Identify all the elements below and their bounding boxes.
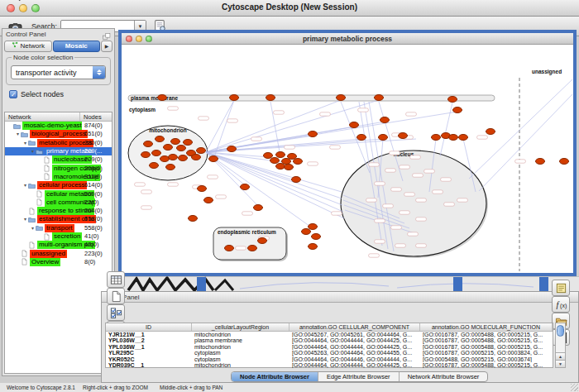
network-node[interactable] xyxy=(248,246,257,251)
table-cell[interactable]: [GO:0016787, GO:0005488, GO:0005215, G..… xyxy=(420,362,553,368)
network-edge[interactable] xyxy=(440,103,452,156)
tree-column-nodes[interactable]: Nodes xyxy=(80,112,112,121)
network-node[interactable] xyxy=(380,117,390,123)
table-cell[interactable]: [GO:0044464, GO:0044444, GO:0044425, G..… xyxy=(290,337,420,343)
float-window-icon[interactable] xyxy=(103,31,112,38)
table-cell[interactable]: YLR295C xyxy=(106,350,192,356)
network-tree-row[interactable]: ▾biological_process651(0) xyxy=(5,130,112,138)
network-node[interactable] xyxy=(294,159,303,165)
network-node[interactable] xyxy=(276,164,285,170)
network-tree-row[interactable]: response to stimul264(0) xyxy=(5,207,112,215)
network-node[interactable] xyxy=(309,224,318,230)
network-node[interactable] xyxy=(230,95,239,101)
network-node[interactable] xyxy=(156,136,165,142)
network-tree-row[interactable]: secretion41(0) xyxy=(5,232,112,241)
region-plasma-membrane[interactable] xyxy=(128,95,495,101)
network-node[interactable] xyxy=(227,146,237,152)
network-node[interactable] xyxy=(204,198,213,203)
network-edge[interactable] xyxy=(479,94,572,191)
network-node[interactable] xyxy=(560,159,569,165)
tab-network-attribute-browser[interactable]: Network Attribute Browser xyxy=(400,372,488,381)
table-cell[interactable]: cytoplasm xyxy=(192,350,290,356)
network-node[interactable] xyxy=(375,95,384,101)
network-node[interactable] xyxy=(453,108,462,113)
network-edge[interactable] xyxy=(469,79,572,179)
network-tree-row[interactable]: macromolecule311(0) xyxy=(5,173,112,181)
table-cell[interactable]: [GO:0016787, GO:0005488, GO:0005215, G..… xyxy=(420,337,553,343)
network-canvas[interactable]: plasma membranecytoplasmmitochondrionnuc… xyxy=(122,45,573,272)
network-node[interactable] xyxy=(459,135,468,141)
resize-grip[interactable] xyxy=(571,384,578,391)
network-node[interactable] xyxy=(288,154,297,160)
network-node[interactable] xyxy=(399,133,408,139)
table-cell[interactable]: YKR052C xyxy=(106,356,192,362)
network-node[interactable] xyxy=(141,152,151,158)
table-cell[interactable]: [GO:0016787, GO:0005215, GO:0003824, G..… xyxy=(420,350,553,356)
table-cell[interactable]: [GO:0044464, GO:0044446, GO:0044444, G..… xyxy=(290,356,420,362)
attribute-table-button[interactable] xyxy=(107,271,125,288)
table-cell[interactable]: YDR039C__1 xyxy=(106,362,192,368)
network-node[interactable] xyxy=(150,163,159,169)
network-tree-row[interactable]: nucleobase-209(0) xyxy=(5,155,112,164)
expand-triangle-icon[interactable]: ▾ xyxy=(22,139,28,147)
network-node[interactable] xyxy=(486,129,495,135)
network-node[interactable] xyxy=(258,238,267,244)
table-row[interactable]: YPL036W__2plasma membrane[GO:0044464, GO… xyxy=(106,337,553,343)
network-node[interactable] xyxy=(337,95,346,101)
network-node[interactable] xyxy=(171,139,180,145)
network-tree-row[interactable]: ▾metabolic process280(0) xyxy=(5,139,112,147)
table-row[interactable]: YPL036W__1mitochondrion[GO:0044464, GO:0… xyxy=(106,344,553,350)
tab-network[interactable]: Network xyxy=(4,41,52,52)
network-tree-row[interactable]: Overview8(0) xyxy=(5,258,112,266)
scroll-down-arrow-icon[interactable]: ▼ xyxy=(556,360,565,367)
table-cell[interactable]: [GO:0005488, GO:0005215, GO:0003674] xyxy=(420,356,553,362)
table-vertical-scrollbar[interactable]: ▲ ▼ xyxy=(555,323,566,368)
network-node[interactable] xyxy=(160,156,170,162)
table-cell[interactable]: [GO:0044464, GO:0044444, GO:0044425, G..… xyxy=(290,362,420,368)
network-tree-row[interactable]: mosaic-demo-yeast874(0) xyxy=(5,122,112,130)
table-cell[interactable]: mitochondrion xyxy=(192,362,290,368)
network-node[interactable] xyxy=(164,145,173,151)
network-node[interactable] xyxy=(177,146,186,151)
table-cell[interactable]: [GO:0045263, GO:0044464, GO:0044455, G..… xyxy=(290,350,420,356)
select-nodes-checkbox[interactable]: ✓ xyxy=(9,90,17,98)
network-tree-row[interactable]: ▾establishment of lo558(0) xyxy=(5,215,112,223)
network-edge[interactable] xyxy=(206,139,416,152)
table-cell[interactable]: mitochondrion xyxy=(192,344,290,350)
node-color-dropdown[interactable]: transporter activity xyxy=(11,65,106,79)
network-node[interactable] xyxy=(276,152,285,158)
network-tree-row[interactable]: nitrogen compo209(0) xyxy=(5,164,112,172)
table-cell[interactable]: [GO:0044464, GO:0044444, GO:0044425, G..… xyxy=(290,344,420,350)
table-cell[interactable]: plasma membrane xyxy=(192,337,290,343)
network-node[interactable] xyxy=(169,155,178,160)
network-edge[interactable] xyxy=(206,100,234,152)
network-node[interactable] xyxy=(152,151,161,156)
expand-triangle-icon[interactable]: ▾ xyxy=(30,224,36,232)
table-cell[interactable]: mitochondrion xyxy=(192,332,290,337)
table-column-header[interactable]: annotation.GO CELLULAR_COMPONENT xyxy=(290,323,420,331)
network-node[interactable] xyxy=(292,177,301,183)
network-node[interactable] xyxy=(197,148,206,154)
table-row[interactable]: YDR039C__1mitochondrion[GO:0044464, GO:0… xyxy=(106,362,553,368)
table-cell[interactable]: cytoplasm xyxy=(192,356,290,362)
network-node[interactable] xyxy=(184,140,193,146)
network-node[interactable] xyxy=(209,156,218,162)
network-tree-row[interactable]: cell communicat22(0) xyxy=(5,198,112,207)
table-row[interactable]: YKR052Ccytoplasm[GO:0044464, GO:0044446,… xyxy=(106,356,553,362)
network-tree-row[interactable]: cellular metabol209(0) xyxy=(5,189,112,198)
network-node[interactable] xyxy=(254,205,263,211)
network-node[interactable] xyxy=(357,135,366,141)
network-node[interactable] xyxy=(144,141,153,147)
network-tree-row[interactable]: ▾transport558(0) xyxy=(5,224,112,232)
network-edge[interactable] xyxy=(206,100,341,152)
function-builder-button[interactable]: f(x) xyxy=(552,296,570,313)
network-node[interactable] xyxy=(189,216,198,222)
network-node[interactable] xyxy=(166,165,175,170)
tab-mosaic[interactable]: Mosaic xyxy=(53,41,101,52)
network-node[interactable] xyxy=(302,229,311,235)
table-cell[interactable]: YPL036W__2 xyxy=(106,337,192,343)
network-tree-row[interactable]: ▾cellular process614(0) xyxy=(5,181,112,189)
network-node[interactable] xyxy=(282,159,291,165)
tab-edge-attribute-browser[interactable]: Edge Attribute Browser xyxy=(318,372,400,381)
tree-column-network[interactable]: Network xyxy=(5,112,80,121)
